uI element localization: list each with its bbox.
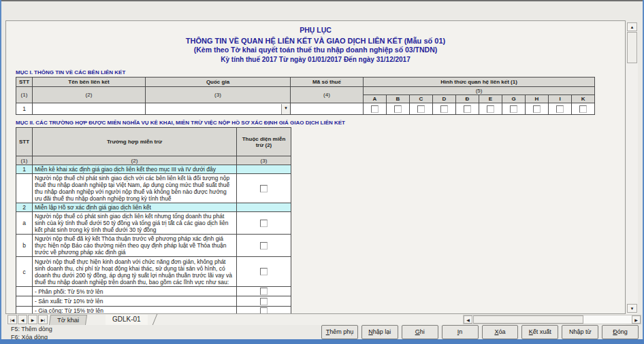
relation-checkbox-D[interactable]: [440, 105, 448, 113]
nav-next-icon[interactable]: ▶: [28, 315, 37, 324]
exemption-group-blank: [237, 165, 291, 174]
relation-checkbox-H[interactable]: [533, 105, 541, 113]
delete-button[interactable]: Xóa: [482, 325, 519, 339]
window-top-border: [0, 0, 644, 1]
relation-checkbox-K[interactable]: [579, 105, 587, 113]
party-name-input[interactable]: [33, 103, 146, 115]
relation-col-B: B: [387, 95, 410, 103]
relation-col-K: K: [572, 95, 595, 103]
row-stt: b: [16, 235, 33, 257]
chevron-down-icon[interactable]: ▼: [281, 104, 290, 114]
col-header-tax-code: Mã số thuế: [291, 78, 364, 87]
exempt-checkbox-cell: [237, 174, 291, 203]
relation-checkbox-cell-K: [572, 103, 595, 115]
row-stt: [16, 306, 33, 314]
relation-checkbox-C[interactable]: [417, 105, 425, 113]
colnum2-3: (3): [237, 156, 291, 165]
reset-button[interactable]: Nhập lại: [361, 325, 398, 339]
relation-checkbox-cell-H: [526, 103, 549, 115]
action-button-row: Thêm phụ lục Nhập lại Ghi In Xóa Kết xuấ…: [321, 325, 639, 339]
tab-gdlk-01[interactable]: GDLK-01: [106, 315, 148, 325]
section2-heading: MỤC II. CÁC TRƯỜNG HỢP ĐƯỢC MIỄN NGHĨA V…: [16, 120, 625, 126]
exempt-checkbox-cell: [237, 306, 291, 314]
colnum2-2: (2): [33, 156, 237, 165]
save-button[interactable]: Ghi: [402, 325, 438, 339]
col-header-country: Quốc gia: [146, 78, 291, 87]
exempt-checkbox-processing[interactable]: [260, 307, 268, 314]
table-row: b Người nộp thuế đã ký kết Thỏa thuận tr…: [16, 235, 291, 257]
relation-checkbox-B[interactable]: [394, 105, 402, 113]
scroll-down-icon[interactable]: ▼: [627, 304, 637, 313]
row-stt: 2: [16, 203, 33, 212]
colnum-2: (2): [33, 87, 146, 103]
colnum-5: (5): [364, 87, 595, 95]
exempt-checkbox-cell: [237, 296, 291, 306]
related-parties-table: STT Tên bên liên kết Quốc gia Mã số thuế…: [16, 77, 595, 115]
relation-col-E: E: [479, 95, 502, 103]
exemption-case-text: Người nộp thuế thực hiện kinh doanh với …: [33, 257, 237, 287]
tax-code-input[interactable]: [291, 103, 364, 115]
tab-to-khai[interactable]: Tờ khai: [49, 315, 87, 325]
horizontal-scrollbar-thumb[interactable]: [473, 315, 583, 324]
relation-checkbox-A[interactable]: [371, 105, 379, 113]
vertical-scrollbar[interactable]: ▲ ▼: [626, 22, 638, 313]
vertical-scrollbar-thumb[interactable]: [627, 32, 637, 63]
relation-checkbox-G[interactable]: [510, 105, 517, 113]
country-select[interactable]: ▼: [146, 103, 291, 115]
exemption-case-text: Người nộp thuế có phát sinh giao dịch li…: [33, 212, 237, 235]
exempt-checkbox-b[interactable]: [260, 242, 268, 250]
col-header-party-name: Tên bên liên kết: [33, 78, 146, 87]
tax-period: Kỳ tính thuế 2017 Từ ngày 01/01/2017 Đến…: [6, 56, 625, 63]
close-button[interactable]: Đóng: [602, 325, 639, 339]
status-hint-f5: F5: Thêm dòng: [11, 326, 52, 332]
row-stt: [16, 296, 33, 306]
nav-first-icon[interactable]: |◀: [7, 315, 17, 324]
col-header-relation-type: Hình thức quan hệ liên kết (1): [364, 78, 595, 87]
relation-col-D: D: [433, 95, 456, 103]
exemption-case-text: Người nộp thuế đã ký kết Thỏa thuận trướ…: [33, 235, 237, 257]
row-stt: [16, 174, 33, 203]
colnum-3: (3): [146, 87, 291, 103]
exempt-checkbox-a[interactable]: [260, 220, 268, 227]
relation-checkbox-I[interactable]: [556, 105, 564, 113]
exemption-group-label: Miễn kê khai xác định giá giao dịch liên…: [33, 165, 237, 174]
nav-last-icon[interactable]: ▶|: [38, 315, 48, 324]
window-left-border: [0, 0, 1, 344]
tab-edge-divider: [152, 314, 157, 325]
relation-checkbox-E[interactable]: [487, 105, 494, 113]
exempt-checkbox-declare[interactable]: [260, 185, 268, 192]
tab-nav-buttons: |◀ ◀ ▶ ▶|: [7, 315, 48, 324]
relation-checkbox-cell-I: [549, 103, 572, 115]
relation-col-C: C: [410, 95, 433, 103]
exemption-cases-table: STT Trường hợp miễn trừ Thuộc diện miễn …: [16, 127, 291, 314]
col-header-stt2: STT: [16, 128, 33, 156]
colnum-4: (4): [291, 87, 364, 103]
nav-prev-icon[interactable]: ◀: [18, 315, 27, 324]
country-select-value[interactable]: [146, 104, 281, 114]
add-appendix-button[interactable]: Thêm phụ lục: [321, 325, 358, 339]
exempt-checkbox-manufacturing[interactable]: [260, 298, 268, 305]
table-row: 1 ▼: [16, 103, 595, 115]
row-stt: [16, 287, 33, 296]
scroll-right-icon[interactable]: ▶: [632, 315, 641, 324]
horizontal-scrollbar[interactable]: ◀ ▶: [463, 315, 641, 324]
exemption-case-text: - Phân phối: Từ 5% trở lên: [33, 287, 237, 296]
scroll-left-icon[interactable]: ◀: [464, 315, 472, 324]
exempt-checkbox-distribution[interactable]: [260, 288, 268, 295]
row-stt: a: [16, 212, 33, 235]
export-button[interactable]: Kết xuất: [521, 325, 558, 339]
scroll-up-icon[interactable]: ▲: [627, 22, 637, 31]
table-row: - Phân phối: Từ 5% trở lên: [16, 287, 291, 296]
form-title: THÔNG TIN VỀ QUAN HỆ LIÊN KẾT VÀ GIAO DỊ…: [6, 37, 625, 45]
import-xml-button[interactable]: Nhập từ XML: [562, 325, 598, 339]
col-header-case: Trường hợp miễn trừ: [33, 128, 237, 156]
window-bottom-bar: [0, 339, 644, 344]
exempt-checkbox-c[interactable]: [260, 268, 268, 275]
sheet-tab-strip: |◀ ◀ ▶ ▶| Tờ khai GDLK-01 ◀ ▶: [6, 314, 626, 325]
relation-checkbox-DD[interactable]: [464, 105, 471, 113]
table-row: 2 Miễn lập Hồ sơ xác định giá giao dịch …: [16, 203, 291, 212]
print-button[interactable]: In: [442, 325, 479, 339]
exemption-case-text: Người nộp thuế chỉ phát sinh giao dịch v…: [33, 174, 237, 203]
colnum2-1: (1): [16, 156, 33, 165]
exempt-checkbox-cell: [237, 212, 291, 235]
